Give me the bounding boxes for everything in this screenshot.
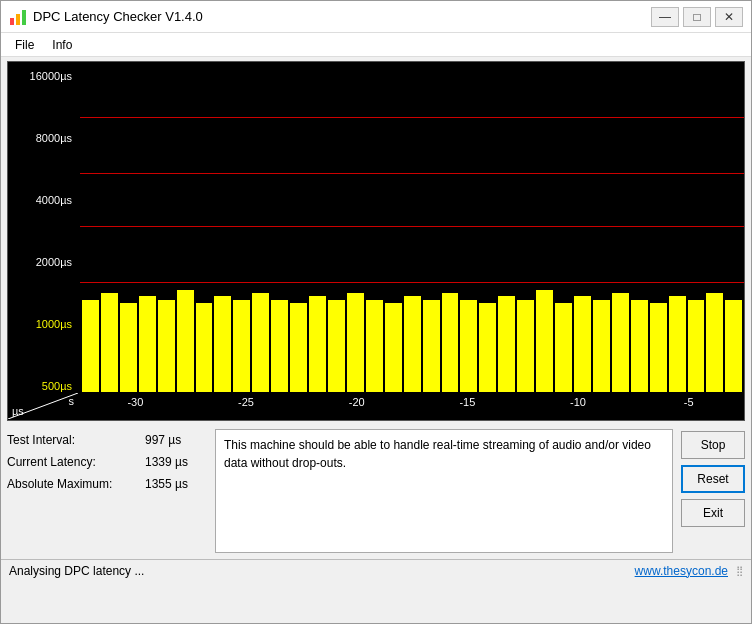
minimize-button[interactable]: — <box>651 7 679 27</box>
title-left: DPC Latency Checker V1.4.0 <box>9 8 203 26</box>
absolute-max-label: Absolute Maximum: <box>7 477 137 491</box>
resize-grip: ⣿ <box>736 565 743 576</box>
y-label-1000: 1000µs <box>10 318 76 330</box>
maximize-button[interactable]: □ <box>683 7 711 27</box>
stat-row-latency: Current Latency: 1339 µs <box>7 455 207 469</box>
svg-rect-0 <box>10 18 14 25</box>
bar-5 <box>158 300 175 392</box>
x-label-30: -30 <box>80 396 191 408</box>
absolute-max-value: 1355 µs <box>145 477 188 491</box>
bar-17 <box>385 303 402 392</box>
bar-28 <box>593 300 610 392</box>
stats-panel: Test Interval: 997 µs Current Latency: 1… <box>7 429 207 553</box>
action-buttons: Stop Reset Exit <box>681 429 745 553</box>
info-panel: Test Interval: 997 µs Current Latency: 1… <box>1 423 751 559</box>
bar-21 <box>460 300 477 392</box>
x-label-5: -5 <box>633 396 744 408</box>
svg-rect-1 <box>16 14 20 25</box>
chart-plot <box>80 62 744 392</box>
bar-12 <box>290 303 307 392</box>
y-label-500: 500µs <box>10 380 76 392</box>
axis-corner: µs s <box>8 392 80 420</box>
bar-27 <box>574 296 591 392</box>
reset-button[interactable]: Reset <box>681 465 745 493</box>
bar-13 <box>309 296 326 392</box>
bar-26 <box>555 303 572 392</box>
exit-button[interactable]: Exit <box>681 499 745 527</box>
stat-row-interval: Test Interval: 997 µs <box>7 433 207 447</box>
status-bar: Analysing DPC latency ... www.thesycon.d… <box>1 559 751 581</box>
close-button[interactable]: ✕ <box>715 7 743 27</box>
bar-33 <box>688 300 705 392</box>
bar-2 <box>101 293 118 392</box>
bar-11 <box>271 300 288 392</box>
bar-31 <box>650 303 667 392</box>
x-label-10: -10 <box>523 396 634 408</box>
y-axis: 16000µs 8000µs 4000µs 2000µs 1000µs 500µ… <box>8 62 80 392</box>
bar-30 <box>631 300 648 392</box>
status-link[interactable]: www.thesycon.de <box>635 564 728 578</box>
bar-18 <box>404 296 421 392</box>
bar-9 <box>233 300 250 392</box>
app-icon <box>9 8 27 26</box>
bar-8 <box>214 296 231 392</box>
window-title: DPC Latency Checker V1.4.0 <box>33 9 203 24</box>
bar-6 <box>177 290 194 392</box>
x-label-20: -20 <box>301 396 412 408</box>
bar-15 <box>347 293 364 392</box>
bar-7 <box>196 303 213 392</box>
stat-row-max: Absolute Maximum: 1355 µs <box>7 477 207 491</box>
bar-20 <box>442 293 459 392</box>
bar-25 <box>536 290 553 392</box>
x-label-25: -25 <box>191 396 302 408</box>
bar-22 <box>479 303 496 392</box>
current-latency-label: Current Latency: <box>7 455 137 469</box>
x-axis: -30 -25 -20 -15 -10 -5 <box>80 392 744 420</box>
menu-bar: File Info <box>1 33 751 57</box>
axis-s-label: s <box>69 395 75 407</box>
title-controls: — □ ✕ <box>651 7 743 27</box>
chart-area: 16000µs 8000µs 4000µs 2000µs 1000µs 500µ… <box>7 61 745 421</box>
test-interval-value: 997 µs <box>145 433 181 447</box>
axis-us-label: µs <box>12 405 24 417</box>
bar-3 <box>120 303 137 392</box>
y-label-4000: 4000µs <box>10 194 76 206</box>
y-label-8000: 8000µs <box>10 132 76 144</box>
title-bar: DPC Latency Checker V1.4.0 — □ ✕ <box>1 1 751 33</box>
bar-34 <box>706 293 723 392</box>
stop-button[interactable]: Stop <box>681 431 745 459</box>
message-box: This machine should be able to handle re… <box>215 429 673 553</box>
bar-35 <box>725 300 742 392</box>
menu-file[interactable]: File <box>7 36 42 54</box>
main-window: DPC Latency Checker V1.4.0 — □ ✕ File In… <box>0 0 752 624</box>
bars-container <box>80 62 744 392</box>
y-label-16000: 16000µs <box>10 70 76 82</box>
bar-19 <box>423 300 440 392</box>
bar-14 <box>328 300 345 392</box>
bar-1 <box>82 300 99 392</box>
bar-24 <box>517 300 534 392</box>
bar-23 <box>498 296 515 392</box>
bar-29 <box>612 293 629 392</box>
x-label-15: -15 <box>412 396 523 408</box>
bar-4 <box>139 296 156 392</box>
test-interval-label: Test Interval: <box>7 433 137 447</box>
menu-info[interactable]: Info <box>44 36 80 54</box>
status-text: Analysing DPC latency ... <box>9 564 144 578</box>
svg-rect-2 <box>22 10 26 25</box>
message-text: This machine should be able to handle re… <box>224 438 651 470</box>
bar-10 <box>252 293 269 392</box>
bar-32 <box>669 296 686 392</box>
current-latency-value: 1339 µs <box>145 455 188 469</box>
y-label-2000: 2000µs <box>10 256 76 268</box>
bar-16 <box>366 300 383 392</box>
